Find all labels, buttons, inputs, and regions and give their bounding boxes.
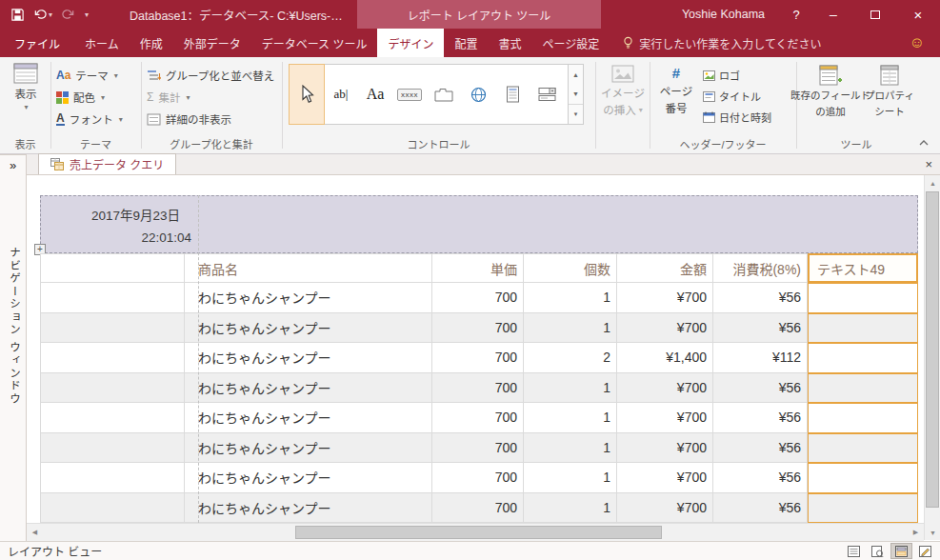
- cell-qty[interactable]: 1: [524, 433, 617, 464]
- fonts-button[interactable]: A フォント ▾: [56, 109, 123, 130]
- cell-amount[interactable]: ¥700: [617, 433, 713, 464]
- cell-amount[interactable]: ¥700: [617, 283, 713, 313]
- cell-text49[interactable]: [808, 433, 918, 464]
- label-tool[interactable]: Aa: [358, 65, 392, 124]
- cell-tax[interactable]: ¥56: [713, 463, 808, 493]
- cell-text49[interactable]: [808, 403, 918, 433]
- cell-blank[interactable]: [40, 433, 185, 464]
- qat-customize-button[interactable]: ▾: [81, 3, 91, 26]
- cell-blank[interactable]: [40, 493, 185, 524]
- navigation-pane-strip[interactable]: » ナビゲーション ウィンドウ: [0, 154, 27, 541]
- logo-button[interactable]: ロゴ: [703, 66, 740, 85]
- cell-text49[interactable]: [808, 313, 918, 344]
- document-close-button[interactable]: ×: [925, 157, 932, 171]
- cell-amount[interactable]: ¥700: [617, 313, 713, 344]
- nav-expand-button[interactable]: »: [0, 155, 26, 172]
- column-header-product[interactable]: 商品名: [185, 253, 432, 283]
- cell-product[interactable]: わにちゃんシャンプー: [185, 283, 432, 313]
- column-header-text49[interactable]: テキスト49: [808, 253, 918, 283]
- cell-blank[interactable]: [40, 283, 185, 313]
- maximize-button[interactable]: [854, 0, 896, 29]
- layout-view-button[interactable]: [890, 543, 912, 559]
- close-button[interactable]: ×: [896, 0, 940, 29]
- report-time[interactable]: 22:01:04: [98, 230, 191, 245]
- save-button[interactable]: [8, 3, 28, 26]
- cell-blank[interactable]: [40, 313, 185, 344]
- redo-button[interactable]: [58, 3, 78, 26]
- tab-arrange[interactable]: 配置: [444, 29, 488, 57]
- themes-button[interactable]: Aa テーマ ▾: [56, 65, 118, 86]
- cell-amount[interactable]: ¥700: [617, 463, 713, 493]
- minimize-button[interactable]: –: [812, 0, 854, 29]
- cell-product[interactable]: わにちゃんシャンプー: [185, 403, 432, 433]
- cell-amount[interactable]: ¥700: [617, 403, 713, 433]
- undo-button[interactable]: ▾: [30, 3, 55, 26]
- scroll-right-icon[interactable]: ▶: [908, 524, 924, 541]
- title-button[interactable]: タイトル: [703, 87, 761, 106]
- scroll-left-icon[interactable]: ◀: [27, 524, 43, 541]
- cell-tax[interactable]: ¥56: [713, 493, 808, 524]
- column-header-blank[interactable]: [40, 253, 185, 283]
- page-number-button[interactable]: # ページ 番号: [655, 65, 697, 115]
- gallery-scroll-down[interactable]: ▼: [569, 84, 583, 103]
- cell-qty[interactable]: 1: [524, 283, 617, 313]
- combo-box-tool[interactable]: [530, 65, 564, 124]
- cell-tax[interactable]: ¥56: [713, 403, 808, 433]
- horizontal-scrollbar-thumb[interactable]: [295, 526, 662, 539]
- group-sort-button[interactable]: グループ化と並べ替え: [147, 65, 274, 86]
- cell-product[interactable]: わにちゃんシャンプー: [185, 463, 432, 493]
- cell-text49[interactable]: [808, 493, 918, 524]
- cell-price[interactable]: 700: [432, 493, 524, 524]
- tab-create[interactable]: 作成: [130, 29, 173, 57]
- cell-tax[interactable]: ¥56: [713, 313, 808, 344]
- textbox-tool[interactable]: ab|: [324, 65, 358, 124]
- tab-database-tools[interactable]: データベース ツール: [251, 29, 378, 57]
- column-header-qty[interactable]: 個数: [524, 253, 617, 283]
- column-header-tax[interactable]: 消費税(8%): [713, 253, 808, 283]
- scroll-up-icon[interactable]: ▲: [925, 175, 940, 190]
- cell-product[interactable]: わにちゃんシャンプー: [185, 433, 432, 464]
- cell-qty[interactable]: 1: [524, 493, 617, 524]
- cell-product[interactable]: わにちゃんシャンプー: [185, 373, 432, 404]
- tab-external-data[interactable]: 外部データ: [173, 29, 251, 57]
- account-name[interactable]: Yoshie Kohama: [667, 8, 780, 21]
- cell-blank[interactable]: [40, 403, 185, 433]
- cell-product[interactable]: わにちゃんシャンプー: [185, 343, 432, 373]
- gallery-scroll-up[interactable]: ▲: [569, 65, 583, 84]
- gallery-more-button[interactable]: ▾: [569, 104, 583, 124]
- collapse-ribbon-button[interactable]: [917, 138, 930, 148]
- tab-home[interactable]: ホーム: [74, 29, 130, 57]
- cell-price[interactable]: 700: [432, 283, 524, 313]
- print-preview-button[interactable]: [867, 543, 889, 559]
- page-break-tool[interactable]: [495, 65, 530, 124]
- cell-qty[interactable]: 1: [524, 403, 617, 433]
- cell-tax[interactable]: ¥56: [713, 373, 808, 404]
- cell-amount[interactable]: ¥700: [617, 373, 713, 404]
- date-time-button[interactable]: 日付と時刻: [703, 108, 771, 127]
- cell-qty[interactable]: 1: [524, 463, 617, 493]
- tab-design[interactable]: デザイン: [377, 29, 444, 57]
- column-header-amount[interactable]: 金額: [617, 253, 713, 283]
- cell-tax[interactable]: ¥56: [713, 283, 808, 313]
- cell-price[interactable]: 700: [432, 343, 524, 373]
- cell-price[interactable]: 700: [432, 373, 524, 404]
- cell-product[interactable]: わにちゃんシャンプー: [185, 313, 432, 344]
- design-view-button[interactable]: [914, 543, 936, 559]
- select-tool[interactable]: [290, 65, 324, 124]
- tab-format[interactable]: 書式: [488, 29, 531, 57]
- report-view-button[interactable]: [843, 543, 865, 559]
- scroll-down-icon[interactable]: ▼: [925, 525, 940, 540]
- cell-text49[interactable]: [808, 463, 918, 493]
- cell-qty[interactable]: 1: [524, 373, 617, 404]
- cell-product[interactable]: わにちゃんシャンプー: [185, 493, 432, 524]
- column-header-price[interactable]: 単価: [432, 253, 524, 283]
- hide-details-button[interactable]: 詳細の非表示: [147, 109, 231, 130]
- help-button[interactable]: ?: [780, 8, 812, 22]
- cell-text49[interactable]: [808, 373, 918, 404]
- property-sheet-button[interactable]: プロパティ シート: [865, 65, 914, 118]
- add-fields-button[interactable]: 既存のフィールド の追加: [798, 65, 863, 118]
- hyperlink-tool[interactable]: [461, 65, 495, 124]
- insert-image-button[interactable]: イメージ の挿入 ▾: [601, 65, 645, 117]
- totals-button[interactable]: Σ 集計 ▾: [147, 87, 190, 108]
- cell-amount[interactable]: ¥1,400: [617, 343, 713, 373]
